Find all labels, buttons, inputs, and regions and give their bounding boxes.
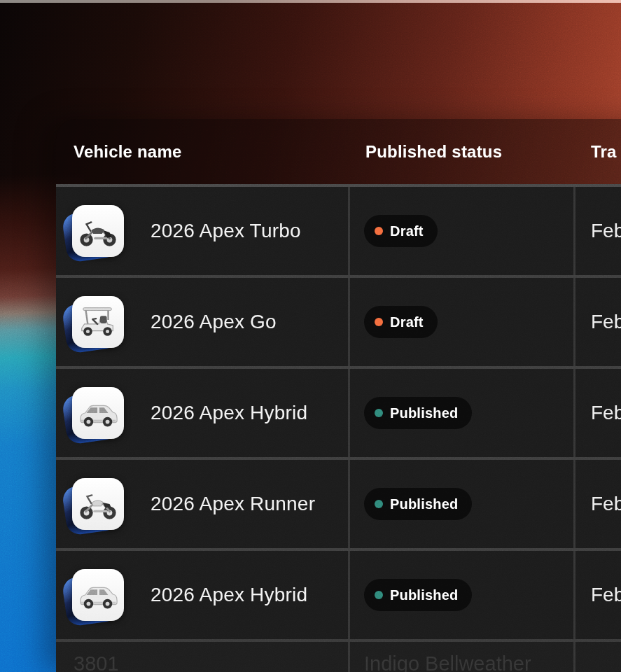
table-row[interactable]: 2026 Apex Go Draft Feb [56,275,621,366]
partial-row-status-text: Indigo Bellweather [364,653,531,672]
date-text: Feb [591,311,621,333]
status-cell: Draft [350,187,575,275]
icon-tile [72,387,124,439]
icon-tile [72,478,124,530]
table-row[interactable]: 2026 Apex Turbo Draft Feb [56,184,621,275]
table-body: 2026 Apex Turbo Draft Feb [56,184,621,672]
icon-tile [72,296,124,348]
vehicle-icon-suv [72,387,124,439]
vehicles-table: Vehicle name Published status Tra [56,119,621,672]
date-cell: Feb [575,187,621,275]
vehicle-icon-motorcycle-cruiser [72,205,124,257]
vehicle-icon-golf-cart [72,296,124,348]
icon-tile [72,569,124,621]
status-label: Published [390,496,458,512]
table-row-partial[interactable]: 3801 Indigo Bellweather [56,639,621,672]
table-row[interactable]: 2026 Apex Hybrid Published Feb [56,548,621,639]
vehicle-name-cell: 2026 Apex Hybrid [56,551,350,639]
date-text: Feb [591,493,621,515]
status-dot-icon [375,227,383,235]
status-badge: Published [364,488,472,520]
icon-tile [72,205,124,257]
date-text: Feb [591,220,621,242]
vehicle-name-text: 2026 Apex Hybrid [151,402,307,424]
status-dot-icon [375,500,383,508]
vehicle-icon-motorcycle-standard [72,478,124,530]
date-cell: Feb [575,369,621,457]
status-badge: Published [364,579,472,611]
table-row[interactable]: 2026 Apex Runner Published Feb [56,457,621,548]
status-dot-icon [375,409,383,417]
vehicle-name-text: 2026 Apex Turbo [151,220,301,242]
date-cell: Feb [575,551,621,639]
table-row[interactable]: 2026 Apex Hybrid Published Feb [56,366,621,457]
window-top-edge [0,0,621,3]
status-badge: Published [364,397,472,429]
vehicle-name-cell: 2026 Apex Go [56,278,350,366]
partial-row-name-text: 3801 [74,653,119,672]
date-text: Feb [591,402,621,424]
table-header-row: Vehicle name Published status Tra [56,119,621,184]
column-header-vehicle-name[interactable]: Vehicle name [56,142,350,162]
status-badge: Draft [364,215,438,247]
vehicle-name-cell: 2026 Apex Runner [56,460,350,548]
status-cell: Indigo Bellweather [350,642,575,672]
status-label: Published [390,587,458,603]
desktop-background: Vehicle name Published status Tra [0,0,621,672]
vehicle-name-text: 2026 Apex Hybrid [151,584,307,606]
status-dot-icon [375,318,383,326]
vehicle-name-cell: 3801 [56,642,350,672]
date-text: Feb [591,584,621,606]
vehicle-name-cell: 2026 Apex Hybrid [56,369,350,457]
status-dot-icon [375,591,383,599]
status-label: Draft [390,314,424,330]
vehicle-name-cell: 2026 Apex Turbo [56,187,350,275]
date-cell: Feb [575,278,621,366]
status-badge: Draft [364,306,438,338]
status-label: Draft [390,223,424,239]
vehicle-name-text: 2026 Apex Runner [151,493,315,515]
status-cell: Published [350,551,575,639]
status-cell: Published [350,460,575,548]
status-label: Published [390,405,458,421]
vehicle-name-text: 2026 Apex Go [151,311,277,333]
status-cell: Draft [350,278,575,366]
date-cell [575,642,621,672]
date-cell: Feb [575,460,621,548]
column-header-truncated[interactable]: Tra [575,142,621,162]
status-cell: Published [350,369,575,457]
vehicle-icon-suv [72,569,124,621]
column-header-published-status[interactable]: Published status [350,142,575,162]
